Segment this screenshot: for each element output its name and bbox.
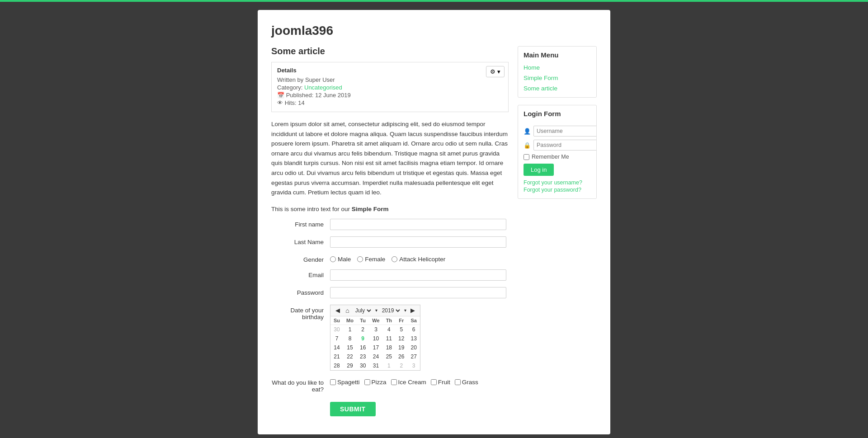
remember-label: Remember Me [532,154,569,160]
cal-day-header: Th [383,316,395,325]
main-menu-link[interactable]: Some article [518,83,596,94]
calendar-day-cell[interactable]: 8 [343,334,357,343]
email-input[interactable] [330,269,506,281]
birthday-label: Date of your birthday [271,305,330,320]
food-checkbox[interactable] [431,379,437,385]
email-row: Email [271,269,509,281]
calendar-day-cell[interactable]: 15 [343,343,357,352]
username-input[interactable] [533,126,597,137]
gender-male-radio[interactable] [330,256,336,262]
calendar-year-select[interactable]: 2019 [380,307,401,314]
submit-button[interactable]: SUBMIT [330,402,376,416]
first-name-input[interactable] [330,219,506,230]
category-link[interactable]: Uncategorised [304,84,342,91]
calendar-day-cell[interactable]: 17 [369,343,382,352]
calendar-day-cell[interactable]: 11 [383,334,395,343]
login-button[interactable]: Log in [524,164,554,176]
email-field [330,269,509,281]
gender-male-option[interactable]: Male [330,256,351,263]
calendar-week-row: 21222324252627 [330,352,420,361]
calendar-day-cell[interactable]: 29 [343,361,357,370]
cal-day-header: We [369,316,382,325]
forgot-password-link[interactable]: Forgot your password? [524,187,591,193]
calendar-day-cell[interactable]: 16 [357,343,369,352]
food-checkbox[interactable] [364,379,370,385]
calendar-day-cell[interactable]: 26 [395,352,407,361]
calendar-day-cell[interactable]: 27 [407,352,420,361]
category-label: Category: [277,84,302,91]
calendar-day-cell[interactable]: 10 [369,334,382,343]
calendar-day-cell[interactable]: 2 [357,325,369,334]
calendar-home-button[interactable]: ⌂ [344,307,350,314]
gender-field: Male Female Attack Helicopter [330,254,509,263]
cal-day-header: Fr [395,316,407,325]
food-option[interactable]: Grass [455,379,478,386]
calendar-day-cell[interactable]: 5 [395,325,407,334]
calendar-prev-button[interactable]: ◀ [334,307,341,314]
calendar-day-cell[interactable]: 9 [357,334,369,343]
calendar-month-select[interactable]: July [354,307,373,314]
calendar-day-cell[interactable]: 18 [383,343,395,352]
calendar-day-cell[interactable]: 14 [330,343,343,352]
food-option[interactable]: Spagetti [330,379,360,386]
calendar-day-cell[interactable]: 22 [343,352,357,361]
gender-female-option[interactable]: Female [357,256,385,263]
calendar-day-cell[interactable]: 20 [407,343,420,352]
hits-text: Hits: 14 [285,99,305,106]
published-line: 📅 Published: 12 June 2019 [277,92,503,99]
layout: Some article Details Written by Super Us… [271,46,597,416]
password-label: Password [271,287,330,296]
gender-female-radio[interactable] [357,256,363,262]
calendar-day-cell[interactable]: 24 [369,352,382,361]
main-menu-title: Main Menu [518,47,596,62]
calendar-day-cell[interactable]: 1 [383,361,395,370]
calendar-day-cell[interactable]: 3 [369,325,382,334]
calendar-day-cell[interactable]: 2 [395,361,407,370]
main-menu-link[interactable]: Simple Form [518,73,596,83]
main-menu-link[interactable]: Home [518,62,596,73]
calendar-week-row: 14151617181920 [330,343,420,352]
login-password-row: 🔒 [524,140,591,151]
password-input[interactable] [330,287,506,298]
food-checkbox[interactable] [391,379,397,385]
gear-button[interactable]: ⚙ ▾ [486,66,505,77]
food-row: What do you like toeat? SpagettiPizzaIce… [271,377,509,393]
login-form-section: Login Form 👤 🔒 Remember Me Log in [518,105,597,199]
calendar-day-cell[interactable]: 3 [407,361,420,370]
calendar-day-cell[interactable]: 19 [395,343,407,352]
food-checkbox[interactable] [330,379,336,385]
calendar-day-cell[interactable]: 23 [357,352,369,361]
login-password-input[interactable] [533,140,597,151]
main-menu-section: Main Menu HomeSimple FormSome article [518,46,597,98]
calendar-day-cell[interactable]: 28 [330,361,343,370]
calendar-day-cell[interactable]: 6 [407,325,420,334]
food-option[interactable]: Fruit [431,379,450,386]
calendar-day-cell[interactable]: 25 [383,352,395,361]
calendar-day-cell[interactable]: 13 [407,334,420,343]
remember-checkbox[interactable] [524,154,529,160]
page-wrapper: joomla396 Some article Details Written b… [258,10,610,434]
published-text: Published: 12 June 2019 [286,92,351,99]
food-label: What do you like toeat? [271,377,330,393]
forgot-username-link[interactable]: Forgot your username? [524,179,591,186]
food-option[interactable]: Pizza [364,379,387,386]
food-checkbox[interactable] [455,379,461,385]
gender-helicopter-radio[interactable] [392,256,397,262]
calendar-day-cell[interactable]: 30 [357,361,369,370]
calendar-day-cell[interactable]: 4 [383,325,395,334]
food-option[interactable]: Ice Cream [391,379,426,386]
calendar-day-cell[interactable]: 1 [343,325,357,334]
calendar-day-cell[interactable]: 21 [330,352,343,361]
birthday-field: ◀ ⌂ July ▾ 2019 ▾ ▶ [330,305,509,371]
login-links: Forgot your username? Forgot your passwo… [524,179,591,193]
gender-helicopter-option[interactable]: Attack Helicopter [392,256,445,263]
hits-line: 👁 Hits: 14 [277,99,503,106]
author-line: Written by Super User [277,76,503,83]
food-option-label: Fruit [438,379,450,386]
calendar-next-button[interactable]: ▶ [409,307,416,314]
calendar-day-cell[interactable]: 7 [330,334,343,343]
last-name-input[interactable] [330,236,506,248]
calendar-day-cell[interactable]: 30 [330,325,343,334]
calendar-day-cell[interactable]: 12 [395,334,407,343]
calendar-day-cell[interactable]: 31 [369,361,382,370]
